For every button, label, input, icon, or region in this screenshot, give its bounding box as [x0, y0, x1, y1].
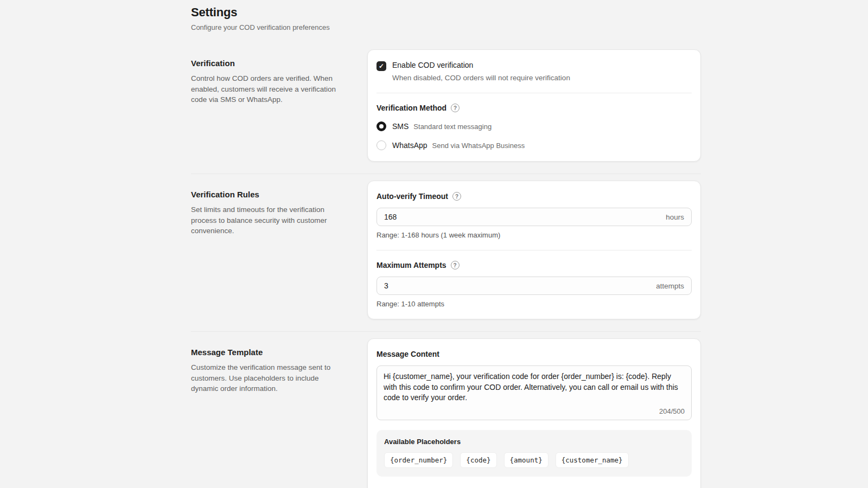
sms-radio-description: Standard text messaging	[413, 123, 492, 131]
sms-radio[interactable]	[376, 121, 386, 131]
section-description-rules: Set limits and timeouts for the verifica…	[191, 204, 346, 236]
timeout-input-box: hours	[376, 208, 692, 226]
section-description-verification: Control how COD orders are verified. Whe…	[191, 73, 346, 105]
whatsapp-radio-description: Send via WhatsApp Business	[432, 142, 525, 150]
card-divider	[376, 250, 692, 251]
verification-method-label-row: Verification Method ?	[376, 104, 692, 112]
sms-radio-label: SMS	[392, 122, 409, 131]
card-divider	[376, 93, 692, 93]
whatsapp-radio-label: WhatsApp	[392, 141, 427, 150]
message-content-input[interactable]: Hi {customer_name}, your verification co…	[384, 371, 685, 404]
placeholders-box: Available Placeholders {order_number} {c…	[376, 430, 692, 477]
help-icon[interactable]: ?	[451, 104, 459, 112]
enable-cod-checkbox[interactable]: ✓	[376, 61, 386, 71]
placeholder-chip-order-number[interactable]: {order_number}	[384, 452, 453, 468]
verification-method-label: Verification Method	[376, 104, 446, 112]
section-divider	[191, 174, 701, 174]
rules-card: Auto-verify Timeout ? hours Range: 1-168…	[367, 181, 701, 319]
section-template-intro: Message Template Customize the verificat…	[191, 338, 346, 394]
placeholder-chip-code[interactable]: {code}	[460, 452, 496, 468]
attempts-input[interactable]	[384, 281, 656, 290]
section-divider	[191, 331, 701, 332]
section-heading-verification: Verification	[191, 59, 346, 68]
message-template-card: Message Content Hi {customer_name}, your…	[367, 338, 701, 488]
help-icon[interactable]: ?	[452, 192, 461, 201]
verification-card: ✓ Enable COD verification When disabled,…	[367, 49, 701, 162]
section-verification: Verification Control how COD orders are …	[191, 49, 701, 162]
help-icon[interactable]: ?	[451, 261, 459, 269]
attempts-label: Maximum Attempts	[376, 261, 446, 269]
section-rules-intro: Verification Rules Set limits and timeou…	[191, 181, 346, 236]
section-verification-intro: Verification Control how COD orders are …	[191, 49, 346, 105]
enable-cod-help-text: When disabled, COD orders will not requi…	[392, 74, 570, 82]
page-header: Settings Configure your COD verification…	[191, 5, 701, 31]
placeholder-chip-customer-name[interactable]: {customer_name}	[556, 452, 629, 468]
attempts-range-note: Range: 1-10 attempts	[376, 300, 692, 308]
timeout-input[interactable]	[384, 213, 666, 221]
section-description-template: Customize the verification message sent …	[191, 362, 346, 394]
attempts-unit: attempts	[656, 282, 684, 290]
message-content-box: Hi {customer_name}, your verification co…	[376, 365, 692, 420]
settings-page: Settings Configure your COD verification…	[191, 0, 701, 488]
timeout-range-note: Range: 1-168 hours (1 week maximum)	[376, 231, 692, 239]
attempts-label-row: Maximum Attempts ?	[376, 261, 692, 269]
section-heading-rules: Verification Rules	[191, 190, 346, 199]
attempts-input-box: attempts	[376, 277, 692, 295]
page-subtitle: Configure your COD verification preferen…	[191, 23, 701, 31]
radio-option-whatsapp[interactable]: WhatsApp Send via WhatsApp Business	[376, 140, 692, 150]
enable-cod-label: Enable COD verification	[392, 61, 570, 69]
section-heading-template: Message Template	[191, 348, 346, 357]
page-title: Settings	[191, 5, 701, 20]
enable-cod-text: Enable COD verification When disabled, C…	[392, 61, 570, 82]
timeout-unit: hours	[666, 213, 684, 221]
placeholder-chip-amount[interactable]: {amount}	[504, 452, 548, 468]
section-message-template: Message Template Customize the verificat…	[191, 338, 701, 488]
message-content-label-row: Message Content	[376, 350, 692, 358]
whatsapp-radio[interactable]	[376, 140, 386, 150]
timeout-label-row: Auto-verify Timeout ?	[376, 192, 692, 201]
checkmark-icon: ✓	[379, 62, 384, 70]
radio-option-sms[interactable]: SMS Standard text messaging	[376, 121, 692, 131]
char-count: 204/500	[384, 407, 685, 415]
section-verification-rules: Verification Rules Set limits and timeou…	[191, 181, 701, 319]
message-content-label: Message Content	[376, 350, 439, 358]
timeout-label: Auto-verify Timeout	[376, 192, 448, 201]
enable-cod-row: ✓ Enable COD verification When disabled,…	[376, 61, 692, 82]
placeholder-chips: {order_number} {code} {amount} {customer…	[384, 452, 684, 468]
placeholders-title: Available Placeholders	[384, 438, 684, 446]
